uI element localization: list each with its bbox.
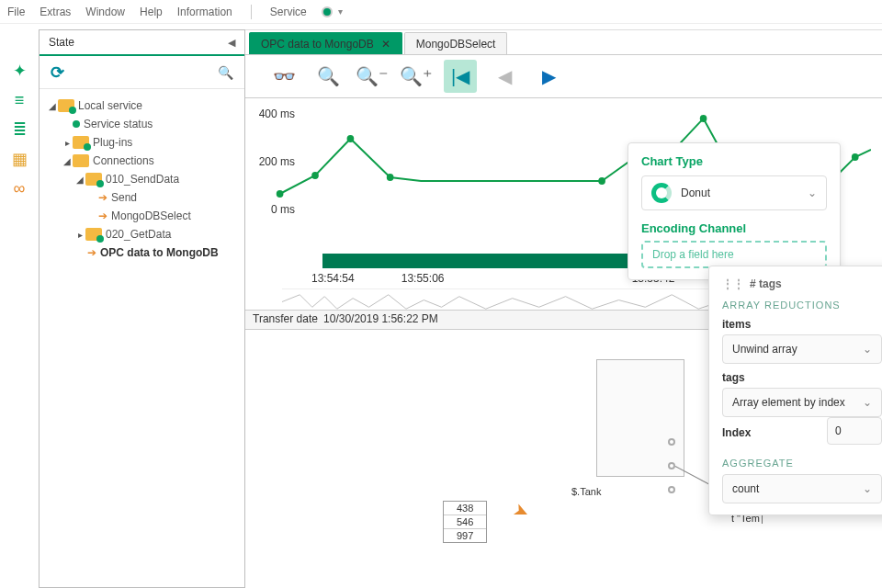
popup-title: ⋮⋮# tags — [722, 277, 882, 290]
tree-view: ◢Local service Service status ▸Plug-ins … — [40, 89, 244, 587]
dock-sync-icon[interactable]: ∞ — [6, 178, 33, 198]
menu-extras[interactable]: Extras — [40, 6, 71, 18]
rewind-start-button[interactable]: |◀ — [444, 60, 477, 93]
section-aggregate: AGGREGATE — [722, 458, 882, 469]
zoom-reset-icon[interactable]: 🔍 — [311, 60, 345, 93]
sidebar-title-row: State ◀ — [40, 30, 244, 56]
search-icon[interactable]: 👓 — [267, 60, 300, 93]
svg-point-2 — [347, 135, 355, 142]
tree-plugins[interactable]: ▸Plug-ins — [47, 133, 241, 152]
folder-icon — [58, 99, 74, 112]
svg-point-3 — [387, 174, 394, 181]
tree-senddata[interactable]: ◢010_SendData — [47, 170, 241, 188]
chevron-down-icon: ⌄ — [863, 482, 872, 495]
dock-sliders-icon[interactable]: ≣ — [6, 119, 33, 140]
chevron-down-icon[interactable]: ▾ — [338, 6, 343, 17]
section-array-reductions: ARRAY REDUCTIONS — [722, 300, 882, 311]
left-dock: ✦ ≡ ≣ ▦ ∞ — [0, 24, 39, 588]
svg-point-12 — [852, 153, 859, 161]
tags-label: tags — [722, 371, 882, 384]
arrow-icon: ➔ — [98, 209, 107, 222]
tags-select[interactable]: Array element by index⌄ — [722, 388, 882, 417]
content-area: OPC data to MongoDB✕ MongoDBSelect 👓 🔍 🔍… — [245, 29, 882, 588]
aggregate-select[interactable]: count⌄ — [722, 474, 882, 503]
table-row: 438 — [444, 502, 486, 515]
menu-divider — [251, 5, 252, 19]
chart-toolbar: 👓 🔍 🔍⁻ 🔍⁺ |◀ ◀ ▶ — [245, 54, 882, 98]
menu-information[interactable]: Information — [177, 6, 232, 18]
menubar: File Extras Window Help Information Serv… — [0, 0, 882, 24]
menu-service[interactable]: Service — [270, 6, 307, 18]
items-select[interactable]: Unwind array⌄ — [722, 334, 882, 364]
folder-icon — [73, 136, 89, 149]
dock-levels-icon[interactable]: ≡ — [6, 90, 33, 110]
chart-type-popup: Chart Type Donut ⌄ Encoding Channel Drop… — [628, 142, 841, 280]
refresh-icon[interactable]: ⟳ — [51, 62, 64, 83]
table-row: 546 — [444, 515, 486, 529]
table-row: 997 — [444, 529, 486, 542]
tree-getdata[interactable]: ▸020_GetData — [47, 225, 241, 243]
items-label: items — [722, 318, 882, 331]
document-tabs: OPC data to MongoDB✕ MongoDBSelect — [245, 30, 882, 54]
folder-icon — [85, 228, 102, 241]
dock-db-icon[interactable]: ▦ — [6, 149, 33, 169]
tab-opc[interactable]: OPC data to MongoDB✕ — [249, 32, 402, 54]
tree-opc-active[interactable]: ➔OPC data to MongoDB — [47, 243, 241, 262]
y-axis: 400 ms 200 ms 0 ms — [245, 107, 295, 216]
tree-root[interactable]: ◢Local service — [47, 96, 241, 115]
search-icon[interactable]: 🔍 — [218, 65, 233, 80]
tree-send[interactable]: ➔Send — [47, 188, 241, 207]
encoding-heading: Encoding Channel — [641, 221, 827, 235]
arrow-icon: ➔ — [87, 246, 96, 259]
service-status-icon — [322, 6, 333, 17]
chevron-down-icon: ⌄ — [863, 396, 872, 409]
menu-file[interactable]: File — [7, 6, 25, 18]
index-input[interactable] — [827, 417, 882, 445]
menu-help[interactable]: Help — [140, 6, 163, 18]
dock-puzzle-icon[interactable]: ✦ — [6, 61, 33, 81]
svg-point-7 — [700, 115, 707, 122]
index-label: Index — [722, 426, 818, 439]
pointer-arrow-icon: ➤ — [510, 498, 534, 525]
arrow-icon: ➔ — [98, 191, 107, 204]
chart-type-heading: Chart Type — [641, 154, 827, 168]
encoding-dropzone[interactable]: Drop a field here — [641, 241, 827, 268]
tab-mongoselect[interactable]: MongoDBSelect — [404, 32, 508, 54]
values-mini-table: 438 546 997 — [443, 501, 487, 543]
folder-icon — [73, 154, 89, 167]
step-back-button[interactable]: ◀ — [488, 60, 521, 93]
folder-icon — [85, 173, 102, 186]
svg-point-4 — [598, 177, 605, 185]
panel-collapse-icon[interactable]: ◀ — [228, 37, 235, 49]
sidebar-panel: State ◀ ⟳ 🔍 ◢Local service Service statu… — [39, 29, 245, 588]
sidebar-search-row: ⟳ 🔍 — [40, 56, 244, 89]
tree-connections[interactable]: ◢Connections — [47, 152, 241, 170]
play-button[interactable]: ▶ — [532, 60, 565, 93]
chevron-down-icon: ⌄ — [808, 187, 817, 199]
tags-aggregate-popup: ⋮⋮# tags ARRAY REDUCTIONS items Unwind a… — [708, 266, 882, 515]
tag-tank-label: $.Tank — [571, 486, 601, 497]
chevron-down-icon: ⌄ — [863, 343, 872, 356]
sidebar-title: State — [49, 36, 74, 49]
tree-service-status[interactable]: Service status — [47, 115, 241, 133]
zoom-in-icon[interactable]: 🔍⁺ — [400, 60, 433, 93]
zoom-out-icon[interactable]: 🔍⁻ — [356, 60, 389, 93]
donut-icon — [651, 183, 672, 203]
menu-window[interactable]: Window — [85, 6, 125, 18]
svg-point-1 — [311, 172, 319, 179]
tree-mongoselect[interactable]: ➔MongoDBSelect — [47, 207, 241, 225]
chart-type-select[interactable]: Donut ⌄ — [641, 175, 827, 210]
status-ok-icon — [73, 120, 80, 128]
close-icon[interactable]: ✕ — [381, 38, 390, 51]
